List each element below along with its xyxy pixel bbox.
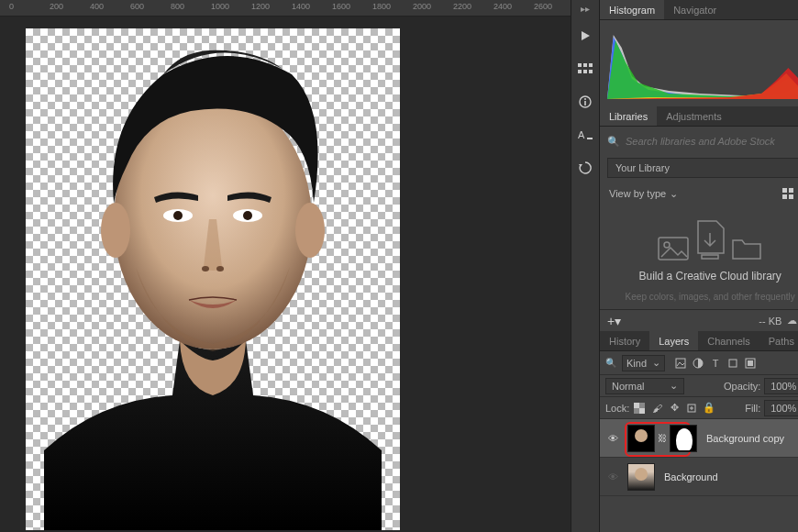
view-by-dropdown[interactable]: View by type ⌄ — [609, 188, 678, 200]
tab-channels[interactable]: Channels — [698, 331, 759, 350]
svg-rect-21 — [789, 188, 793, 193]
svg-rect-12 — [578, 70, 582, 73]
view-by-label: View by type — [609, 188, 666, 199]
layer-name[interactable]: Background copy — [706, 433, 784, 444]
cloud-icon[interactable]: ☁ — [787, 315, 797, 327]
svg-point-17 — [584, 98, 586, 100]
portrait-image — [26, 28, 400, 530]
svg-rect-11 — [589, 63, 593, 67]
svg-rect-28 — [659, 238, 688, 260]
chevron-down-icon: ⌄ — [652, 357, 660, 369]
lock-transparency-icon[interactable] — [633, 402, 646, 415]
svg-rect-14 — [589, 70, 593, 73]
layer-row[interactable]: 👁 Background 🔒 — [600, 458, 798, 496]
layer-filter-row: 🔍 Kind⌄ T — [600, 351, 798, 375]
search-input[interactable] — [626, 136, 798, 147]
visibility-toggle[interactable]: 👁 — [605, 470, 620, 484]
svg-rect-13 — [583, 70, 587, 73]
info-icon[interactable] — [575, 92, 595, 112]
filter-smart-icon[interactable] — [744, 357, 757, 370]
tab-paths[interactable]: Paths — [759, 331, 798, 350]
layers-tabbar: History Layers Channels Paths ≡ — [600, 331, 798, 351]
svg-rect-19 — [587, 138, 593, 139]
blend-mode-selector[interactable]: Normal⌄ — [605, 378, 684, 394]
canvas-area[interactable] — [0, 17, 571, 532]
add-icon[interactable]: +▾ — [607, 314, 621, 328]
svg-point-7 — [202, 266, 209, 272]
opacity-label: Opacity: — [724, 381, 760, 392]
empty-subtitle: Keep colors, images, and other frequentl… — [626, 292, 795, 302]
svg-rect-35 — [748, 360, 753, 366]
libraries-footer: +▾ -- KB ☁ 🗑 — [600, 309, 798, 331]
library-search[interactable]: 🔍 — [607, 132, 798, 150]
search-icon: 🔍 — [607, 136, 620, 148]
svg-rect-20 — [782, 188, 787, 193]
svg-rect-23 — [789, 194, 793, 199]
layer-thumbnail[interactable] — [627, 463, 655, 491]
svg-rect-33 — [729, 360, 737, 367]
document-canvas[interactable] — [26, 28, 400, 530]
svg-text:A: A — [578, 129, 585, 140]
tab-histogram[interactable]: Histogram — [600, 0, 664, 19]
play-icon[interactable] — [575, 26, 595, 46]
mask-link-icon[interactable]: ⛓ — [657, 433, 668, 443]
swatches-icon[interactable] — [575, 59, 595, 79]
svg-rect-10 — [583, 63, 587, 67]
expand-panels-icon[interactable]: ▸▸ — [571, 4, 599, 13]
svg-point-29 — [664, 242, 670, 248]
filter-kind-selector[interactable]: Kind⌄ — [622, 355, 665, 371]
library-name: Your Library — [615, 162, 670, 173]
filter-adjustment-icon[interactable] — [692, 357, 704, 370]
history-icon[interactable] — [575, 158, 595, 178]
library-selector[interactable]: Your Library ⌄ — [607, 158, 798, 178]
svg-point-4 — [173, 211, 183, 220]
tab-history[interactable]: History — [600, 331, 649, 350]
lock-label: Lock: — [605, 403, 629, 414]
svg-point-6 — [243, 211, 252, 220]
library-size: -- KB — [759, 316, 781, 327]
svg-point-2 — [295, 203, 325, 258]
character-icon[interactable]: A — [575, 125, 595, 145]
fill-label: Fill: — [745, 403, 760, 414]
lock-pixels-icon[interactable]: 🖌 — [650, 402, 663, 415]
layer-mask-thumbnail[interactable] — [670, 425, 697, 452]
layer-name[interactable]: Background — [664, 471, 718, 482]
visibility-toggle[interactable]: 👁 — [605, 431, 620, 446]
tab-adjustments[interactable]: Adjustments — [657, 106, 731, 126]
layers-list: 👁 ⛓ Background copy 👁 Background 🔒 — [600, 419, 798, 532]
svg-rect-22 — [782, 194, 787, 199]
filter-type-icon[interactable]: T — [709, 357, 722, 370]
fill-value[interactable]: 100% — [764, 400, 798, 416]
image-icon — [658, 237, 689, 260]
svg-rect-40 — [639, 408, 645, 414]
libraries-tabbar: Libraries Adjustments ≡ — [600, 106, 798, 127]
svg-rect-39 — [634, 403, 639, 408]
library-empty-state: Build a Creative Cloud library Keep colo… — [607, 209, 798, 304]
histogram-tabbar: Histogram Navigator ≡ — [600, 0, 798, 20]
svg-rect-9 — [578, 63, 582, 67]
tab-navigator[interactable]: Navigator — [664, 0, 726, 19]
svg-rect-30 — [702, 255, 718, 259]
collapsed-panel-strip: ▸▸ A — [571, 0, 599, 532]
ruler-horizontal: 0200400600800100012001400160018002000220… — [0, 0, 571, 17]
folder-icon — [731, 237, 762, 260]
chevron-down-icon: ⌄ — [670, 188, 678, 200]
lock-artboard-icon[interactable] — [685, 402, 698, 415]
layer-thumbnail[interactable] — [627, 425, 655, 452]
search-icon: 🔍 — [605, 358, 616, 368]
lock-all-icon[interactable]: 🔒 — [703, 402, 715, 415]
svg-point-8 — [216, 266, 224, 272]
tab-layers[interactable]: Layers — [649, 331, 698, 350]
svg-point-1 — [101, 203, 130, 258]
file-download-icon — [694, 220, 726, 260]
empty-title: Build a Creative Cloud library — [638, 270, 781, 283]
layer-row[interactable]: 👁 ⛓ Background copy — [600, 419, 798, 458]
tab-libraries[interactable]: Libraries — [600, 106, 657, 126]
lock-position-icon[interactable]: ✥ — [668, 402, 681, 415]
filter-shape-icon[interactable] — [726, 357, 739, 370]
svg-rect-16 — [584, 101, 586, 105]
grid-view-icon[interactable] — [781, 187, 794, 200]
histogram-panel: ⚠ — [600, 20, 798, 106]
opacity-value[interactable]: 100% — [764, 378, 798, 394]
filter-pixel-icon[interactable] — [674, 357, 687, 370]
